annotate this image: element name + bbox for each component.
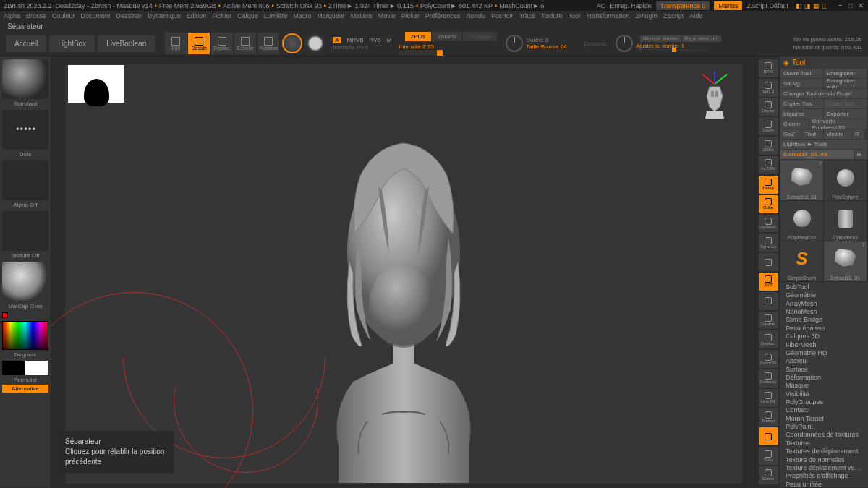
- menu-transformation[interactable]: Transformation: [586, 12, 629, 20]
- tool-dessin[interactable]: Dessin: [188, 33, 210, 54]
- viewport[interactable]: Séparateur Cliquez pour rétablir la posi…: [51, 56, 757, 487]
- strip-btn[interactable]: [759, 427, 778, 445]
- menu-macro[interactable]: Macro: [293, 12, 311, 20]
- section-textures-de-déplacement[interactable]: Textures de déplacement: [780, 446, 868, 454]
- menu-couleur[interactable]: Couleur: [52, 12, 75, 20]
- transparency-btn[interactable]: Transparence 0: [656, 1, 710, 10]
- strip-Deplac[interactable]: Deplac: [759, 98, 778, 116]
- z-intensity-slider[interactable]: [399, 51, 443, 55]
- tool-item-Extract18_01[interactable]: 7Extract18_01: [824, 241, 867, 281]
- gyro-button[interactable]: [282, 33, 302, 53]
- liveboolean-button[interactable]: LiveBoolean: [98, 35, 155, 52]
- strip-Rotation[interactable]: Rotation: [759, 369, 778, 388]
- strip-Ac.50%[interactable]: Ac.50%: [759, 156, 778, 174]
- zplus-switch[interactable]: ZPlus: [405, 32, 431, 41]
- menu-dynamique[interactable]: Dynamique: [148, 12, 181, 20]
- menu-tool[interactable]: Tool: [569, 12, 581, 20]
- home-button[interactable]: Accueil: [6, 35, 46, 52]
- tool-rotation[interactable]: Rotation: [258, 33, 279, 54]
- menus-btn[interactable]: Menus: [714, 1, 742, 10]
- section-slime-bridge[interactable]: Slime Bridge: [780, 314, 868, 322]
- tool-item-SimpleBrush[interactable]: SimpleBrush: [780, 241, 823, 281]
- brush-select[interactable]: [2, 59, 48, 99]
- alpha-select[interactable]: [2, 160, 48, 200]
- alternative-btn[interactable]: Alternative: [2, 385, 48, 393]
- strip-Zoom3D[interactable]: Zoom3D: [759, 350, 778, 368]
- menu-aide[interactable]: Aide: [689, 12, 702, 20]
- lightbox-button[interactable]: LightBox: [49, 35, 95, 52]
- menu-brosse[interactable]: Brosse: [26, 12, 46, 20]
- section-polygroupes[interactable]: PolyGroupes: [780, 397, 868, 405]
- hardness-dial[interactable]: [506, 35, 523, 52]
- focal-dial[interactable]: [616, 35, 633, 52]
- section-peau-unifiée[interactable]: Peau unifiée: [780, 479, 868, 487]
- strip-Persp[interactable]: Persp: [759, 176, 778, 194]
- texture-select[interactable]: [2, 211, 48, 251]
- minimize-icon[interactable]: −: [837, 2, 844, 9]
- strip-Eclats[interactable]: Eclats: [759, 466, 778, 484]
- close-icon[interactable]: ✕: [857, 2, 864, 9]
- menu-lumière[interactable]: Lumière: [264, 12, 288, 20]
- color-swatches[interactable]: [2, 361, 48, 375]
- tool-deplac.[interactable]: Deplac.: [211, 33, 233, 54]
- open-tool-btn[interactable]: Ouvrir Tool: [780, 69, 823, 78]
- menu-dessiner[interactable]: Dessiner: [116, 12, 142, 20]
- section-fibermesh[interactable]: FiberMesh: [780, 340, 868, 348]
- menu-pochoir[interactable]: Pochoir: [491, 12, 514, 20]
- tool-item-PolyMesh3D[interactable]: PolyMesh3D: [780, 201, 823, 241]
- section-géométrie[interactable]: Géométrie: [780, 290, 868, 298]
- color-picker[interactable]: [2, 321, 48, 350]
- menu-rendu[interactable]: Rendu: [466, 12, 485, 20]
- menu-fichier[interactable]: Fichier: [212, 12, 231, 20]
- menu-marqueur[interactable]: Marqueur: [317, 12, 345, 20]
- section-polypaint[interactable]: PolyPaint: [780, 421, 868, 429]
- section-géometrie-hd[interactable]: Géometrie HD: [780, 348, 868, 356]
- tool-item-Cylinder3D[interactable]: Cylinder3D: [824, 201, 867, 241]
- tool-item-PolySphere[interactable]: PolySphere: [824, 160, 867, 200]
- section-déformation[interactable]: Déformation: [780, 372, 868, 380]
- section-propriétés-d'affichage[interactable]: Propriétés d'affichage: [780, 471, 868, 479]
- strip-Transp[interactable]: Transp: [759, 408, 778, 427]
- menu-zscript[interactable]: ZScript: [663, 12, 684, 20]
- menu-document[interactable]: Document: [81, 12, 111, 20]
- strip-btn[interactable]: [759, 292, 778, 310]
- tool-edit[interactable]: Edit: [165, 33, 187, 54]
- section-textures[interactable]: Textures: [780, 438, 868, 446]
- section-contact[interactable]: Contact: [780, 405, 868, 413]
- strip-Sym. Lo[interactable]: Sym. Lo: [759, 234, 778, 252]
- section-nanomesh[interactable]: NanoMesh: [780, 307, 868, 314]
- section-coordonnées-de-textures[interactable]: Coordonnées de textures: [780, 429, 868, 437]
- section-masque[interactable]: Masque: [780, 380, 868, 388]
- strip-Zoom[interactable]: Zoom: [759, 117, 778, 135]
- strip-btn[interactable]: [759, 253, 778, 271]
- strip-XYZ[interactable]: XYZ: [759, 273, 778, 291]
- section-texture-déplacement-vectoriel[interactable]: Texture déplacement vectoriel: [780, 463, 868, 471]
- strip-BPR[interactable]: BPR: [759, 59, 778, 77]
- section-visibilité[interactable]: Visibilité: [780, 389, 868, 397]
- menu-matière[interactable]: Matière: [351, 12, 373, 20]
- section-peau-épaisse[interactable]: Peau épaisse: [780, 323, 868, 331]
- tool-header[interactable]: ◈Tool: [780, 56, 868, 68]
- section-surface[interactable]: Surface: [780, 364, 868, 372]
- material-button[interactable]: [305, 33, 326, 53]
- strip-Dynamic[interactable]: Dynamic: [759, 215, 778, 233]
- section-aperçu[interactable]: Aperçu: [780, 356, 868, 364]
- maximize-icon[interactable]: □: [847, 2, 854, 9]
- section-subtool[interactable]: SubTool: [780, 282, 868, 290]
- material-select[interactable]: [2, 262, 48, 301]
- menu-edition[interactable]: Edition: [187, 12, 207, 20]
- menu-picker[interactable]: Picker: [401, 12, 420, 20]
- strip-Line Fill[interactable]: Line Fill: [759, 389, 778, 407]
- strip-Solo[interactable]: Solo: [759, 447, 778, 465]
- nav-gizmo[interactable]: [695, 71, 735, 121]
- strip-100%[interactable]: 100%: [759, 137, 778, 155]
- section-texture-de-normales[interactable]: Texture de normales: [780, 455, 868, 463]
- menu-préférences[interactable]: Préférences: [425, 12, 461, 20]
- section-morph-target[interactable]: Morph Target: [780, 414, 868, 421]
- reference-thumbnail[interactable]: [68, 65, 124, 103]
- menu-movie[interactable]: Movie: [378, 12, 396, 20]
- strip-Spix 3[interactable]: Spix 3: [759, 79, 778, 97]
- menu-alpha[interactable]: Alpha: [4, 12, 20, 20]
- menu-calque[interactable]: Calque: [237, 12, 258, 20]
- strip-Deplac.[interactable]: Deplac.: [759, 330, 778, 348]
